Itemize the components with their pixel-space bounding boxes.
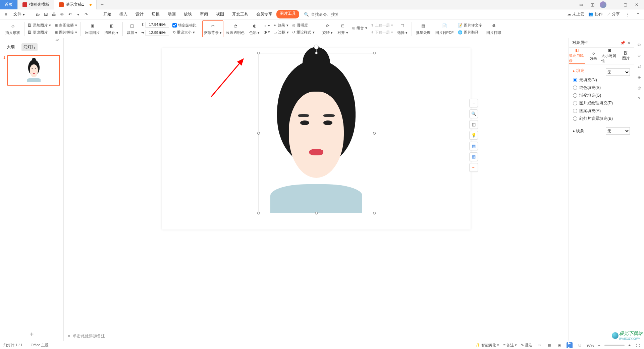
nav-slides-tab[interactable]: 幻灯片: [21, 43, 38, 51]
collage-button[interactable]: ▦ 图片拼接 ▾: [53, 29, 78, 36]
compress-button[interactable]: ▣压缩图片: [83, 20, 102, 37]
undo-dropdown[interactable]: ▾: [75, 11, 82, 18]
rail-help-icon[interactable]: ?: [636, 95, 643, 102]
normal-view-icon[interactable]: ▭: [536, 342, 542, 348]
carousel-button[interactable]: ▦ 多图轮播 ▾: [53, 22, 78, 29]
rail-style-icon[interactable]: ☆: [636, 52, 643, 59]
tab-design[interactable]: 设计: [131, 10, 148, 18]
add-slide-button[interactable]: +: [0, 328, 63, 341]
hamburger-icon[interactable]: ≡: [3, 11, 9, 18]
sharpen-button[interactable]: ◧清晰化 ▾: [102, 20, 120, 37]
tab-document[interactable]: 演示文稿1: [54, 0, 97, 9]
change-image-button[interactable]: 🖼 更改图片: [26, 29, 52, 36]
search-input[interactable]: [311, 12, 338, 17]
add-image-button[interactable]: 🖼 添加图片 ▾: [26, 22, 52, 29]
fill-slidebg[interactable]: 幻灯片背景填充(B): [573, 115, 630, 122]
tab-transition[interactable]: 切换: [148, 10, 164, 18]
slideshow-button[interactable]: ▶ ▾: [567, 342, 573, 348]
cloud-status[interactable]: ☁ 未上云: [567, 11, 584, 17]
width-field[interactable]: ⬍: [140, 21, 170, 29]
sorter-view-icon[interactable]: ▦: [546, 342, 552, 348]
select-button[interactable]: ☐选择 ▾: [395, 20, 410, 37]
remove-bg-button[interactable]: ✂抠除背景 ▾: [202, 20, 223, 37]
brightness-button[interactable]: ☼ ▾: [262, 23, 271, 29]
tab-template[interactable]: 找稻壳模板: [18, 0, 54, 9]
close-button[interactable]: ✕: [633, 1, 641, 9]
zoom-in-icon[interactable]: 🔍: [469, 109, 478, 118]
zoom-out-button[interactable]: −: [598, 343, 600, 347]
to-text-button[interactable]: 📝 图片转文字: [457, 22, 484, 29]
reset-size-button[interactable]: ⟲ 重设大小 ▾: [171, 29, 198, 36]
maximize-button[interactable]: ▢: [621, 1, 629, 9]
fill-gradient[interactable]: 渐变填充(G): [573, 92, 630, 99]
align-button[interactable]: ⊟对齐 ▾: [335, 20, 350, 37]
print-icon[interactable]: 🖶: [51, 11, 57, 18]
notes-button[interactable]: ≡ 备注 ▾: [503, 343, 517, 348]
resize-handle[interactable]: [257, 212, 260, 214]
more-icon[interactable]: ⋮: [624, 11, 631, 18]
minimize-button[interactable]: —: [610, 1, 618, 9]
comments-button[interactable]: ✎ 批注: [521, 343, 532, 348]
tab-home[interactable]: 首页: [0, 0, 18, 9]
crop-button[interactable]: ◫裁剪 ▾: [125, 20, 139, 37]
collab-button[interactable]: 👥 协作: [588, 11, 602, 17]
transparency-button[interactable]: ◎ 透明度: [291, 22, 316, 29]
selected-image[interactable]: [259, 53, 374, 213]
effect-button[interactable]: ✦ 效果 ▾: [272, 22, 290, 29]
share-button[interactable]: ↗ 分享: [607, 11, 620, 17]
zoom-out-icon[interactable]: −: [469, 99, 478, 107]
line-section[interactable]: ▸ 线条: [573, 128, 584, 134]
insert-shape-button[interactable]: ◇插入形状: [3, 20, 22, 37]
fill-picture[interactable]: 图片或纹理填充(P): [573, 99, 630, 107]
set-transparent-button[interactable]: ◔设置透明色: [224, 20, 247, 37]
translate-button[interactable]: 🌐 图片翻译: [457, 29, 484, 36]
fill-none[interactable]: 无填充(N): [573, 76, 630, 84]
proptab-picture[interactable]: 🖼图片: [618, 48, 634, 64]
more-tools-icon[interactable]: ⋯: [469, 163, 478, 172]
nav-outline-tab[interactable]: 大纲: [5, 43, 17, 51]
tab-picture-tools[interactable]: 图片工具: [276, 10, 299, 18]
redo-icon[interactable]: ↷: [83, 11, 90, 18]
crop-tool-icon[interactable]: ◫: [469, 120, 478, 129]
resize-handle[interactable]: [373, 52, 376, 54]
layout-tool-icon[interactable]: ▤: [469, 142, 478, 150]
resize-handle[interactable]: [315, 212, 318, 214]
proptab-fill-line[interactable]: ◧填充与线条: [569, 48, 585, 64]
tab-animation[interactable]: 动画: [164, 10, 180, 18]
apps-icon[interactable]: ◫: [588, 1, 596, 9]
open-icon[interactable]: 🗁: [35, 11, 41, 18]
batch-button[interactable]: ▤批量处理: [414, 20, 433, 37]
rotate-handle[interactable]: [314, 45, 319, 49]
slide-thumbnail-1[interactable]: 1: [3, 55, 60, 86]
to-pdf-button[interactable]: 📄图片转PDF: [433, 20, 456, 37]
tab-start[interactable]: 开始: [99, 10, 115, 18]
fill-solid[interactable]: 纯色填充(S): [573, 84, 630, 92]
resize-handle[interactable]: [373, 132, 376, 135]
fill-section[interactable]: ▸ 填充: [573, 68, 584, 73]
rail-settings-icon[interactable]: ⚙: [636, 42, 643, 48]
pin-icon[interactable]: 📌: [620, 41, 625, 45]
proptab-effect[interactable]: ◇效果: [585, 48, 602, 64]
resize-handle[interactable]: [373, 212, 376, 214]
new-tab-button[interactable]: +: [97, 2, 108, 8]
style-tool-icon[interactable]: ▦: [469, 152, 478, 161]
collapse-nav-icon[interactable]: ≪: [51, 38, 63, 42]
notes-bar[interactable]: ≡ 单击此处添加备注: [64, 331, 569, 341]
fill-pattern[interactable]: 图案填充(A): [573, 107, 630, 115]
color-button[interactable]: ◐色彩 ▾: [247, 20, 262, 37]
layout-icon[interactable]: ▭: [577, 1, 585, 9]
send-backward-button[interactable]: ⬇ 下移一层 ▾: [369, 29, 394, 36]
lock-ratio-checkbox[interactable]: 锁定纵横比: [171, 22, 198, 29]
fullscreen-icon[interactable]: ⛶: [635, 342, 641, 348]
beautify-button[interactable]: ✨ 智能美化 ▾: [476, 343, 499, 348]
resize-handle[interactable]: [257, 132, 260, 135]
contrast-button[interactable]: ◑ ▾: [262, 29, 271, 35]
slide[interactable]: [162, 48, 471, 230]
tab-member[interactable]: 会员专享: [252, 10, 276, 18]
resize-handle[interactable]: [257, 52, 260, 54]
idea-icon[interactable]: 💡: [469, 131, 478, 140]
reading-view-icon[interactable]: ▣: [556, 342, 562, 348]
resize-handle[interactable]: [315, 52, 318, 54]
height-field[interactable]: ⬌: [140, 29, 170, 37]
command-search[interactable]: 🔍: [304, 12, 338, 17]
